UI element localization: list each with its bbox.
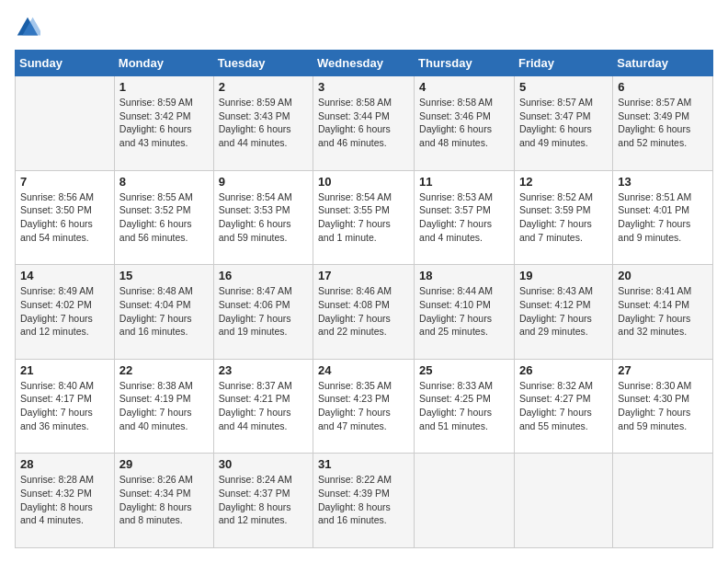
- day-cell: 11Sunrise: 8:53 AMSunset: 3:57 PMDayligh…: [415, 170, 515, 265]
- day-info: Sunrise: 8:30 AMSunset: 4:30 PMDaylight:…: [618, 379, 708, 433]
- day-number: 14: [20, 269, 109, 282]
- week-row-5: 28Sunrise: 8:28 AMSunset: 4:32 PMDayligh…: [16, 454, 713, 548]
- day-number: 21: [20, 363, 109, 377]
- day-info: Sunrise: 8:37 AMSunset: 4:21 PMDaylight:…: [219, 379, 308, 433]
- day-info: Sunrise: 8:57 AMSunset: 3:47 PMDaylight:…: [519, 96, 608, 150]
- day-cell: 18Sunrise: 8:44 AMSunset: 4:10 PMDayligh…: [415, 265, 515, 360]
- header-row: SundayMondayTuesdayWednesdayThursdayFrid…: [16, 51, 713, 76]
- day-number: 2: [219, 80, 308, 94]
- day-cell: 21Sunrise: 8:40 AMSunset: 4:17 PMDayligh…: [16, 359, 115, 454]
- week-row-1: 1Sunrise: 8:59 AMSunset: 3:42 PMDaylight…: [16, 76, 713, 171]
- day-number: 29: [119, 457, 209, 471]
- day-header-saturday: Saturday: [613, 51, 713, 76]
- day-info: Sunrise: 8:58 AMSunset: 3:44 PMDaylight:…: [318, 96, 409, 150]
- day-info: Sunrise: 8:40 AMSunset: 4:17 PMDaylight:…: [20, 379, 109, 433]
- day-header-monday: Monday: [114, 51, 213, 76]
- day-header-tuesday: Tuesday: [213, 51, 313, 76]
- day-number: 8: [119, 175, 209, 189]
- day-info: Sunrise: 8:51 AMSunset: 4:01 PMDaylight:…: [618, 190, 708, 245]
- day-cell: 4Sunrise: 8:58 AMSunset: 3:46 PMDaylight…: [415, 76, 515, 171]
- day-info: Sunrise: 8:48 AMSunset: 4:04 PMDaylight:…: [119, 284, 209, 339]
- day-cell: [415, 454, 515, 548]
- day-number: 17: [318, 269, 409, 282]
- day-cell: 30Sunrise: 8:24 AMSunset: 4:37 PMDayligh…: [213, 454, 313, 548]
- week-row-3: 14Sunrise: 8:49 AMSunset: 4:02 PMDayligh…: [16, 265, 713, 360]
- day-info: Sunrise: 8:56 AMSunset: 3:50 PMDaylight:…: [20, 190, 109, 245]
- day-cell: 25Sunrise: 8:33 AMSunset: 4:25 PMDayligh…: [415, 359, 515, 454]
- day-cell: 23Sunrise: 8:37 AMSunset: 4:21 PMDayligh…: [213, 359, 313, 454]
- day-info: Sunrise: 8:49 AMSunset: 4:02 PMDaylight:…: [20, 284, 109, 339]
- day-cell: 12Sunrise: 8:52 AMSunset: 3:59 PMDayligh…: [514, 170, 612, 265]
- day-cell: 27Sunrise: 8:30 AMSunset: 4:30 PMDayligh…: [613, 359, 713, 454]
- day-info: Sunrise: 8:32 AMSunset: 4:27 PMDaylight:…: [519, 379, 608, 433]
- day-cell: 31Sunrise: 8:22 AMSunset: 4:39 PMDayligh…: [313, 454, 415, 548]
- day-cell: [514, 454, 612, 548]
- day-info: Sunrise: 8:54 AMSunset: 3:53 PMDaylight:…: [219, 190, 308, 245]
- day-info: Sunrise: 8:55 AMSunset: 3:52 PMDaylight:…: [119, 190, 209, 245]
- day-cell: 26Sunrise: 8:32 AMSunset: 4:27 PMDayligh…: [514, 359, 612, 454]
- day-cell: 2Sunrise: 8:59 AMSunset: 3:43 PMDaylight…: [213, 76, 313, 171]
- day-cell: 24Sunrise: 8:35 AMSunset: 4:23 PMDayligh…: [313, 359, 415, 454]
- day-info: Sunrise: 8:54 AMSunset: 3:55 PMDaylight:…: [318, 190, 409, 245]
- header: [15, 15, 713, 40]
- day-header-sunday: Sunday: [16, 51, 115, 76]
- day-cell: 14Sunrise: 8:49 AMSunset: 4:02 PMDayligh…: [16, 265, 115, 360]
- day-info: Sunrise: 8:59 AMSunset: 3:43 PMDaylight:…: [219, 96, 308, 150]
- day-info: Sunrise: 8:41 AMSunset: 4:14 PMDaylight:…: [618, 284, 708, 339]
- day-cell: 3Sunrise: 8:58 AMSunset: 3:44 PMDaylight…: [313, 76, 415, 171]
- day-cell: 7Sunrise: 8:56 AMSunset: 3:50 PMDaylight…: [16, 170, 115, 265]
- day-info: Sunrise: 8:52 AMSunset: 3:59 PMDaylight:…: [519, 190, 608, 245]
- day-number: 9: [219, 175, 308, 189]
- day-number: 10: [318, 175, 409, 189]
- day-info: Sunrise: 8:58 AMSunset: 3:46 PMDaylight:…: [419, 96, 509, 150]
- day-info: Sunrise: 8:24 AMSunset: 4:37 PMDaylight:…: [219, 473, 308, 527]
- day-info: Sunrise: 8:44 AMSunset: 4:10 PMDaylight:…: [419, 284, 509, 339]
- day-info: Sunrise: 8:46 AMSunset: 4:08 PMDaylight:…: [318, 284, 409, 339]
- day-info: Sunrise: 8:53 AMSunset: 3:57 PMDaylight:…: [419, 190, 509, 245]
- calendar-table: SundayMondayTuesdayWednesdayThursdayFrid…: [15, 50, 713, 548]
- day-number: 19: [519, 269, 608, 282]
- page: SundayMondayTuesdayWednesdayThursdayFrid…: [0, 0, 728, 563]
- day-cell: 6Sunrise: 8:57 AMSunset: 3:49 PMDaylight…: [613, 76, 713, 171]
- day-number: 30: [219, 457, 308, 471]
- day-cell: 29Sunrise: 8:26 AMSunset: 4:34 PMDayligh…: [114, 454, 213, 548]
- day-number: 12: [519, 175, 608, 189]
- day-cell: 13Sunrise: 8:51 AMSunset: 4:01 PMDayligh…: [613, 170, 713, 265]
- day-info: Sunrise: 8:59 AMSunset: 3:42 PMDaylight:…: [119, 96, 209, 150]
- day-cell: 22Sunrise: 8:38 AMSunset: 4:19 PMDayligh…: [114, 359, 213, 454]
- day-number: 23: [219, 363, 308, 377]
- calendar-header: SundayMondayTuesdayWednesdayThursdayFrid…: [16, 51, 713, 76]
- day-number: 24: [318, 363, 409, 377]
- day-info: Sunrise: 8:43 AMSunset: 4:12 PMDaylight:…: [519, 284, 608, 339]
- day-cell: 15Sunrise: 8:48 AMSunset: 4:04 PMDayligh…: [114, 265, 213, 360]
- day-cell: 20Sunrise: 8:41 AMSunset: 4:14 PMDayligh…: [613, 265, 713, 360]
- day-info: Sunrise: 8:22 AMSunset: 4:39 PMDaylight:…: [318, 473, 409, 527]
- week-row-2: 7Sunrise: 8:56 AMSunset: 3:50 PMDaylight…: [16, 170, 713, 265]
- day-number: 11: [419, 175, 509, 189]
- day-number: 25: [419, 363, 509, 377]
- day-number: 31: [318, 457, 409, 471]
- day-number: 26: [519, 363, 608, 377]
- day-number: 13: [618, 175, 708, 189]
- day-info: Sunrise: 8:28 AMSunset: 4:32 PMDaylight:…: [20, 473, 109, 527]
- day-info: Sunrise: 8:33 AMSunset: 4:25 PMDaylight:…: [419, 379, 509, 433]
- day-number: 5: [519, 80, 608, 94]
- day-header-wednesday: Wednesday: [313, 51, 415, 76]
- day-number: 20: [618, 269, 708, 282]
- logo-icon: [15, 15, 40, 40]
- day-cell: 28Sunrise: 8:28 AMSunset: 4:32 PMDayligh…: [16, 454, 115, 548]
- day-info: Sunrise: 8:57 AMSunset: 3:49 PMDaylight:…: [618, 96, 708, 150]
- day-cell: 19Sunrise: 8:43 AMSunset: 4:12 PMDayligh…: [514, 265, 612, 360]
- day-cell: 16Sunrise: 8:47 AMSunset: 4:06 PMDayligh…: [213, 265, 313, 360]
- logo: [15, 15, 44, 40]
- day-cell: 1Sunrise: 8:59 AMSunset: 3:42 PMDaylight…: [114, 76, 213, 171]
- week-row-4: 21Sunrise: 8:40 AMSunset: 4:17 PMDayligh…: [16, 359, 713, 454]
- day-number: 22: [119, 363, 209, 377]
- day-info: Sunrise: 8:26 AMSunset: 4:34 PMDaylight:…: [119, 473, 209, 527]
- day-number: 4: [419, 80, 509, 94]
- day-cell: [16, 76, 115, 171]
- day-number: 7: [20, 175, 109, 189]
- day-number: 6: [618, 80, 708, 94]
- day-number: 18: [419, 269, 509, 282]
- day-number: 27: [618, 363, 708, 377]
